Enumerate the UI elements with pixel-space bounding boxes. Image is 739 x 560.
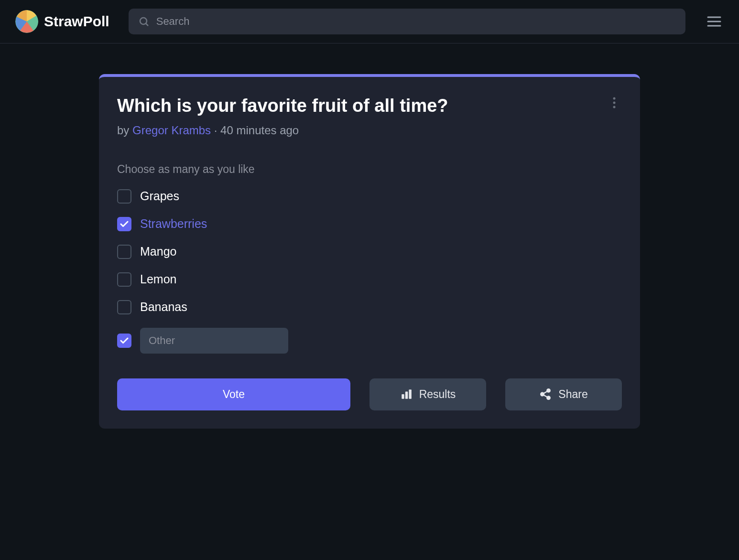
option-row[interactable]: Mango <box>117 245 622 259</box>
button-row: Vote Results Share <box>117 378 622 410</box>
poll-title: Which is your favorite fruit of all time… <box>117 95 448 117</box>
more-button[interactable] <box>607 95 622 110</box>
results-label: Results <box>419 388 456 401</box>
results-button[interactable]: Results <box>370 378 486 410</box>
svg-rect-11 <box>409 389 411 399</box>
svg-rect-9 <box>402 394 404 399</box>
svg-point-6 <box>613 97 616 100</box>
bar-chart-icon <box>400 388 413 400</box>
vote-label: Vote <box>223 388 245 401</box>
hamburger-icon <box>707 15 721 28</box>
option-label: Lemon <box>140 272 176 286</box>
check-icon <box>120 221 129 227</box>
check-icon <box>120 337 129 344</box>
checkbox[interactable] <box>117 245 131 259</box>
checkbox[interactable] <box>117 217 131 231</box>
svg-point-1 <box>140 18 147 24</box>
option-row[interactable]: Strawberries <box>117 217 622 231</box>
share-button[interactable]: Share <box>505 378 622 410</box>
svg-point-12 <box>547 389 551 392</box>
svg-point-13 <box>541 393 544 396</box>
svg-line-2 <box>146 23 148 26</box>
dots-vertical-icon <box>613 97 616 108</box>
svg-point-8 <box>613 106 616 108</box>
option-label: Strawberries <box>140 217 207 231</box>
share-icon <box>539 388 552 400</box>
svg-line-15 <box>544 391 548 393</box>
brand-name: StrawPoll <box>44 13 109 30</box>
share-label: Share <box>558 388 587 401</box>
svg-line-16 <box>544 395 548 397</box>
search-bar[interactable] <box>129 9 685 34</box>
option-row[interactable]: Lemon <box>117 272 622 287</box>
search-icon <box>138 16 150 27</box>
poll-by-label: by <box>117 124 129 137</box>
logo[interactable]: StrawPoll <box>15 10 109 33</box>
checkbox[interactable] <box>117 272 131 287</box>
poll-card: Which is your favorite fruit of all time… <box>99 74 640 429</box>
option-row[interactable]: Grapes <box>117 189 622 204</box>
svg-point-7 <box>613 102 616 104</box>
option-label: Bananas <box>140 300 187 314</box>
svg-point-14 <box>547 396 551 399</box>
option-row-other[interactable] <box>117 328 622 354</box>
poll-author[interactable]: Gregor Krambs <box>132 124 211 137</box>
options-list: Grapes Strawberries Mango Lemon <box>117 189 622 354</box>
logo-icon <box>15 10 38 33</box>
option-label: Grapes <box>140 189 179 203</box>
checkbox[interactable] <box>117 334 131 348</box>
other-input[interactable] <box>140 328 288 354</box>
svg-rect-10 <box>405 392 407 399</box>
checkbox[interactable] <box>117 300 131 314</box>
checkbox[interactable] <box>117 189 131 204</box>
option-label: Mango <box>140 245 176 258</box>
search-input[interactable] <box>156 15 676 28</box>
poll-timestamp: 40 minutes ago <box>220 124 299 137</box>
vote-button[interactable]: Vote <box>117 378 350 410</box>
option-row[interactable]: Bananas <box>117 300 622 314</box>
poll-instructions: Choose as many as you like <box>117 163 622 176</box>
separator: · <box>211 124 220 137</box>
menu-button[interactable] <box>705 12 724 31</box>
header: StrawPoll <box>0 0 739 43</box>
poll-meta: by Gregor Krambs · 40 minutes ago <box>117 124 448 137</box>
